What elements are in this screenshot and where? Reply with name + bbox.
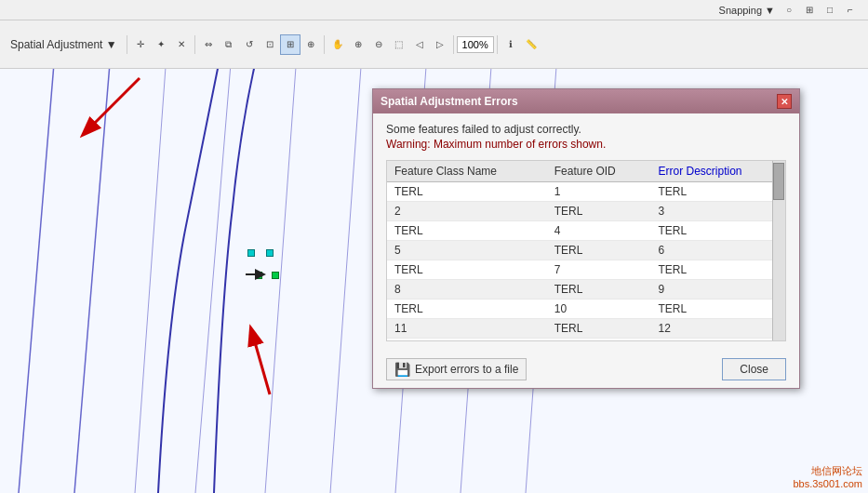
control-point-4[interactable] xyxy=(272,272,279,279)
zoom-in-btn[interactable]: ⊕ xyxy=(348,34,368,55)
table-row: TERL1TERL xyxy=(387,182,785,202)
table-cell: 7 xyxy=(547,260,651,280)
square-snap-btn[interactable]: □ xyxy=(820,0,840,20)
table-cell: TERL xyxy=(651,300,786,319)
table-row: TERL7TERL xyxy=(387,260,785,280)
dialog-titlebar: Spatial Adjustment Errors ✕ xyxy=(373,89,799,113)
dialog-message: Some features failed to adjust correctly… xyxy=(386,123,786,136)
sep2 xyxy=(194,35,195,54)
spatial-adjustment-errors-dialog[interactable]: Spatial Adjustment Errors ✕ Some feature… xyxy=(372,88,800,389)
table-cell: TERL xyxy=(547,241,651,260)
table-row: TERL4TERL xyxy=(387,221,785,241)
add-btn[interactable]: ⊕ xyxy=(300,34,321,55)
svg-line-4 xyxy=(265,41,298,493)
control-point-2[interactable] xyxy=(266,249,274,257)
error-table-body: TERL1TERL2TERL3TERL4TERL5TERL6TERL7TERL8… xyxy=(387,182,785,342)
table-cell: 10 xyxy=(547,300,651,319)
select-btn[interactable]: ⊞ xyxy=(280,34,300,55)
forward-btn[interactable]: ▷ xyxy=(430,34,450,55)
table-cell: TERL xyxy=(651,221,786,241)
svg-line-11 xyxy=(251,329,270,394)
table-cell: TERL xyxy=(651,260,786,280)
export-label: Export errors to a file xyxy=(415,363,518,376)
circle-snap-btn[interactable]: ○ xyxy=(779,0,799,20)
table-cell: TERL xyxy=(651,182,786,202)
spatial-adjustment-menu[interactable]: Spatial Adjustment ▼ xyxy=(4,35,124,54)
table-cell: 5 xyxy=(387,241,547,260)
table-cell: 6 xyxy=(651,241,786,260)
sep4 xyxy=(453,35,454,54)
table-row: 5TERL6 xyxy=(387,241,785,260)
table-cell: TERL xyxy=(387,339,547,342)
table-row: TERL13TERL xyxy=(387,339,785,342)
scale-btn[interactable]: ⊡ xyxy=(260,34,280,55)
svg-line-9 xyxy=(84,78,140,134)
red-arrow-1 xyxy=(56,69,167,180)
corner-snap-btn[interactable]: ⌐ xyxy=(840,0,861,20)
table-row: TERL10TERL xyxy=(387,300,785,319)
copy-btn[interactable]: ⧉ xyxy=(219,34,239,55)
table-row: 2TERL3 xyxy=(387,202,785,221)
dialog-body: Some features failed to adjust correctly… xyxy=(373,113,799,351)
close-dialog-button[interactable]: Close xyxy=(722,358,786,380)
scrollbar-track[interactable] xyxy=(772,161,785,340)
svg-line-5 xyxy=(330,41,363,493)
view-btn[interactable]: ✕ xyxy=(171,34,192,55)
sep5 xyxy=(497,35,498,54)
snapping-toolbar: Snapping ▼ ○ ⊞ □ ⌐ xyxy=(0,0,868,20)
adjust-tool-btn[interactable]: ✛ xyxy=(130,34,151,55)
zoom-out-btn[interactable]: ⊖ xyxy=(368,34,389,55)
rotate-btn[interactable]: ↺ xyxy=(239,34,260,55)
table-cell: 1 xyxy=(547,182,651,202)
table-cell: TERL xyxy=(547,280,651,300)
table-cell: TERL xyxy=(387,221,547,241)
table-cell: 12 xyxy=(651,319,786,339)
table-row: 11TERL12 xyxy=(387,319,785,339)
dialog-warning: Warning: Maximum number of errors shown. xyxy=(386,138,786,151)
col-error-desc: Error Description xyxy=(651,161,786,182)
table-cell: TERL xyxy=(387,300,547,319)
error-table-container: Feature Class Name Feature OID Error Des… xyxy=(386,160,786,341)
link-btn[interactable]: ✦ xyxy=(151,34,171,55)
table-header-row: Feature Class Name Feature OID Error Des… xyxy=(387,161,785,182)
full-extent-btn[interactable]: ⬚ xyxy=(389,34,409,55)
export-icon: 💾 xyxy=(394,362,410,377)
table-cell: 13 xyxy=(547,339,651,342)
table-cell: 9 xyxy=(651,280,786,300)
identify-btn[interactable]: ℹ xyxy=(501,34,521,55)
table-cell: TERL xyxy=(387,182,547,202)
col-feature-oid: Feature OID xyxy=(547,161,651,182)
table-cell: TERL xyxy=(651,339,786,342)
table-cell: 8 xyxy=(387,280,547,300)
black-arrow xyxy=(244,266,270,283)
measure-btn[interactable]: 📏 xyxy=(521,34,541,55)
table-cell: 2 xyxy=(387,202,547,221)
error-table: Feature Class Name Feature OID Error Des… xyxy=(387,161,785,341)
sep3 xyxy=(324,35,325,54)
red-arrow-3 xyxy=(205,292,316,413)
control-point-1[interactable] xyxy=(247,249,255,257)
table-cell: TERL xyxy=(547,202,651,221)
zoom-input[interactable]: 100% xyxy=(457,36,494,53)
table-cell: TERL xyxy=(547,319,651,339)
export-errors-button[interactable]: 💾 Export errors to a file xyxy=(386,358,527,380)
snapping-label[interactable]: Snapping ▼ xyxy=(719,5,775,16)
grid-snap-btn[interactable]: ⊞ xyxy=(799,0,820,20)
col-feature-class: Feature Class Name xyxy=(387,161,547,182)
main-toolbar: Spatial Adjustment ▼ ✛ ✦ ✕ ⇔ ⧉ ↺ ⊡ ⊞ ⊕ ✋… xyxy=(0,20,868,69)
table-cell: 3 xyxy=(651,202,786,221)
dialog-close-button[interactable]: ✕ xyxy=(777,94,792,109)
dialog-title: Spatial Adjustment Errors xyxy=(381,95,518,108)
pan-btn[interactable]: ✋ xyxy=(327,34,348,55)
sep1 xyxy=(127,35,127,54)
svg-line-0 xyxy=(19,41,56,493)
table-cell: TERL xyxy=(387,260,547,280)
table-cell: 4 xyxy=(547,221,651,241)
table-cell: 11 xyxy=(387,319,547,339)
dialog-footer: 💾 Export errors to a file Close xyxy=(373,351,799,388)
scrollbar-thumb[interactable] xyxy=(773,163,784,200)
back-btn[interactable]: ◁ xyxy=(409,34,430,55)
move-btn[interactable]: ⇔ xyxy=(198,34,219,55)
table-row: 8TERL9 xyxy=(387,280,785,300)
